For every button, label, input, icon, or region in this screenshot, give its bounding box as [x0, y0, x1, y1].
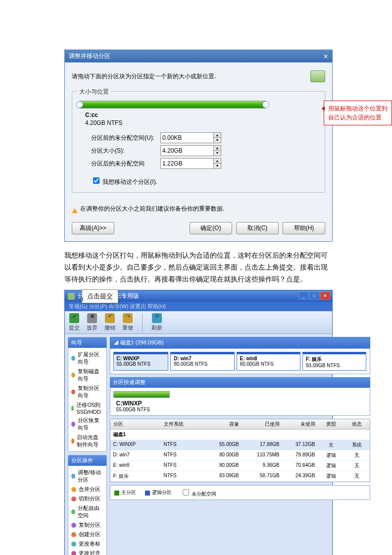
app-titlebar[interactable]: 分 PE专用版 点击提交 _ □ ✕: [65, 290, 332, 302]
table-header: 分区文件系统容量已使用未使用类型状态: [110, 419, 370, 430]
warning-icon: [72, 205, 78, 213]
table-row[interactable]: D: win7NTFS80.00GB110.75MB79.89GB逻辑无: [110, 450, 370, 461]
space-after-label: 分区后的未分配空间: [91, 160, 160, 168]
resize-dialog: 调整并移动分区 ✕ 请拖动下面的分区块为分区指定一个新的大小或新位置. 大小与位…: [64, 50, 333, 242]
size-position-group: 大小与位置 用鼠标拖动这个位置到自己认为合适的位置 C:cc 4.20GB NT…: [72, 91, 325, 193]
discard-button[interactable]: ✖放弃: [87, 313, 98, 332]
disk-icon: [310, 70, 325, 82]
disk-header[interactable]: ◢ 磁盘1 (298.09GB): [110, 337, 370, 348]
partition-size-label: 分区大小(S):: [91, 147, 160, 155]
partition-app-window: 分 PE专用版 点击提交 _ □ ✕ 常规(G) 分区(P) 向导(W) 设置(…: [64, 290, 333, 555]
maximize-icon[interactable]: □: [309, 292, 319, 300]
operation-item[interactable]: 创建分区: [71, 530, 103, 539]
space-before-label: 分区前的未分配空间(U):: [91, 134, 160, 142]
spin-up-icon[interactable]: ▲: [214, 159, 221, 164]
move-partition-checkbox[interactable]: [93, 177, 99, 184]
operation-item[interactable]: 复制分区: [71, 520, 103, 530]
spin-up-icon[interactable]: ▲: [214, 146, 221, 151]
wizard-item[interactable]: 启动光盘制作向导: [71, 433, 103, 449]
space-after-input[interactable]: [160, 158, 214, 169]
operation-item[interactable]: 分配自由空间: [71, 503, 103, 520]
table-row[interactable]: E: win8NTFS80.00GB9.36GB70.64GB逻辑无: [110, 461, 370, 471]
submit-button[interactable]: ✔提交: [69, 313, 80, 332]
space-before-input[interactable]: [160, 132, 214, 143]
warning-text: 在调整你的分区大小之前我们建议你备份你的重要数据.: [72, 202, 325, 216]
redo-button[interactable]: ↷重做: [122, 313, 133, 332]
cancel-button[interactable]: 取消(C): [236, 222, 279, 234]
partition-size: 4.20GB NTFS: [85, 119, 318, 126]
partition-block[interactable]: C: WINXP55.00GB NTFS: [113, 352, 169, 371]
operation-item[interactable]: 合并分区: [71, 485, 103, 494]
unallocated-checkbox[interactable]: [183, 489, 189, 496]
quick-partition-name: C:WINXP: [116, 400, 142, 407]
partition-slider[interactable]: 用鼠标拖动这个位置到自己认为合适的位置: [79, 101, 318, 109]
spin-down-icon[interactable]: ▼: [214, 138, 221, 142]
minimize-icon[interactable]: _: [298, 292, 308, 300]
ok-button[interactable]: 确定(O): [190, 222, 232, 234]
slider-handle-left[interactable]: [76, 101, 83, 108]
wizard-item[interactable]: 复制分区向导: [71, 384, 103, 400]
undo-button[interactable]: ↶撤销: [104, 313, 115, 332]
quick-slider[interactable]: [113, 391, 170, 398]
spin-down-icon[interactable]: ▼: [214, 151, 221, 155]
paragraph-1: 我想移动这个分区打勾，用鼠标拖动到认为合适的位置，这时在分区后的未分配空间可以看…: [64, 250, 333, 285]
wizard-panel: 向导 扩展分区向导复制磁盘向导复制分区向导迁移OS到SSD/HDD分区恢复向导启…: [68, 337, 107, 452]
partition-table: 分区文件系统容量已使用未使用类型状态 磁盘1 C: WINXPNTFS55.00…: [110, 419, 370, 482]
quick-adjust-panel: C:WINXP 55.00GB NTFS: [110, 388, 370, 416]
quick-partition-info: 55.00GB NTFS: [116, 407, 367, 412]
table-row[interactable]: C: WINXPNTFS55.00GB17.88GB37.12GB主系统: [110, 440, 370, 450]
move-partition-label: 我想移动这个分区(I).: [102, 178, 157, 185]
wizard-item[interactable]: 复制磁盘向导: [71, 367, 103, 384]
partition-name: C:cc: [85, 111, 318, 118]
slider-handle-right[interactable]: [262, 101, 269, 108]
operation-item[interactable]: 更改对齐: [71, 549, 103, 555]
partition-size-input[interactable]: [160, 145, 214, 156]
refresh-button[interactable]: ⟳刷新: [151, 313, 162, 332]
table-group-row[interactable]: 磁盘1: [110, 430, 370, 440]
toolbar: ✔提交 ✖放弃 ↶撤销 ↷重做 ⟳刷新: [65, 311, 332, 334]
wizard-item[interactable]: 分区恢复向导: [71, 416, 103, 433]
advanced-button[interactable]: 高级(A)>>: [72, 222, 114, 234]
wizard-item[interactable]: 扩展分区向导: [71, 350, 103, 367]
spin-up-icon[interactable]: ▲: [214, 133, 221, 138]
annotation-callout: 用鼠标拖动这个位置到自己认为合适的位置: [324, 101, 392, 125]
help-button[interactable]: 帮助(H): [283, 222, 325, 234]
close-icon[interactable]: ✕: [323, 53, 328, 60]
app-icon: [68, 293, 75, 300]
partition-block[interactable]: D: win780.00GB NTFS: [170, 352, 234, 371]
partition-block[interactable]: F: 娱乐83.09GB NTFS: [302, 352, 366, 371]
table-row[interactable]: F: 娱乐NTFS83.09GB58.71GB24.39GB逻辑无: [110, 471, 370, 482]
close-icon[interactable]: ✕: [320, 292, 330, 300]
dialog-title: 调整并移动分区: [69, 52, 110, 60]
quick-adjust-header: 分区快速调整: [110, 377, 370, 388]
dialog-instruction: 请拖动下面的分区块为分区指定一个新的大小或新位置.: [72, 72, 216, 81]
submit-tip-callout: 点击提交: [82, 289, 118, 303]
dialog-titlebar[interactable]: 调整并移动分区 ✕: [65, 50, 332, 62]
operation-item[interactable]: 切割分区: [71, 494, 103, 503]
operation-item[interactable]: 调整/移动分区: [71, 468, 103, 485]
partition-block[interactable]: E: win880.00GB NTFS: [237, 352, 300, 371]
group-legend: 大小与位置: [77, 88, 111, 96]
operation-item[interactable]: 更改卷标: [71, 539, 103, 549]
legend-row: 主分区 逻辑分区 未分配空间: [110, 485, 370, 500]
spin-down-icon[interactable]: ▼: [214, 164, 221, 168]
partition-map: C: WINXP55.00GB NTFSD: win780.00GB NTFSE…: [110, 348, 370, 374]
wizard-item[interactable]: 迁移OS到SSD/HDD: [71, 400, 103, 416]
wizard-panel-title: 向导: [68, 337, 106, 348]
operations-panel: 分区操作 调整/移动分区合并分区切割分区分配自由空间复制分区创建分区更改卷标更改…: [68, 455, 107, 555]
operations-panel-title: 分区操作: [68, 455, 106, 466]
